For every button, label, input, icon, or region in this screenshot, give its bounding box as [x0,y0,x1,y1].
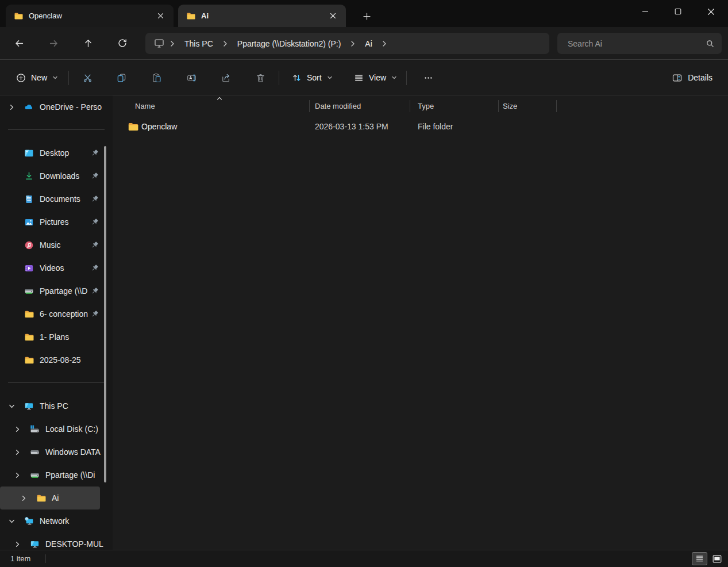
breadcrumb-drive[interactable]: Ppartage (\\Diskstation2) (P:) [233,37,346,51]
chevron-right-icon[interactable] [10,449,24,455]
sidebar-item-local-disk-c[interactable]: Local Disk (C:) [0,417,113,440]
tab-close-icon[interactable] [325,9,340,24]
search-input[interactable] [567,39,706,49]
column-header-date-modified[interactable]: Date modified [315,95,361,116]
this-pc-icon [24,401,34,411]
details-pane-icon [672,73,683,83]
sidebar-item-plans[interactable]: 1- Plans [0,325,113,348]
breadcrumb-this-pc[interactable]: This PC [180,37,218,51]
column-divider[interactable] [556,100,557,112]
folder-icon [24,309,34,319]
details-view-toggle[interactable] [692,552,707,565]
delete-button[interactable] [249,67,272,88]
sidebar-item-desktop[interactable]: Desktop [0,141,113,164]
computer-icon [30,539,40,549]
copy-button[interactable] [110,67,133,88]
sidebar-item-label: OneDrive - Perso [40,102,113,112]
column-divider[interactable] [410,100,410,112]
minimize-button[interactable] [632,0,658,23]
toolbar-separator [279,71,279,85]
sidebar-item-pictures[interactable]: Pictures [0,210,113,233]
sidebar-item-label: Ai [52,493,100,503]
back-button[interactable] [9,33,29,53]
sidebar-item-conception[interactable]: 6- conception [0,302,113,325]
sidebar-item-downloads[interactable]: Downloads [0,164,113,187]
breadcrumb-chevron-icon [379,40,390,47]
tab-ai[interactable]: Ai [178,5,346,27]
column-header-type[interactable]: Type [418,95,434,116]
up-button[interactable] [78,33,98,53]
close-button[interactable] [698,0,724,23]
share-button[interactable] [214,67,237,88]
sidebar-item-network[interactable]: Network [0,509,113,532]
tab-label: Ai [201,12,319,20]
search-icon[interactable] [706,39,715,48]
copy-icon [117,73,126,83]
column-divider[interactable] [309,100,310,112]
tab-openclaw[interactable]: Openclaw [6,5,174,27]
sidebar-item-ai[interactable]: Ai [0,486,100,509]
sidebar-item-documents[interactable]: Documents [0,187,113,210]
file-row-openclaw[interactable]: Openclaw 2026-03-13 1:53 PM File folder [113,116,728,137]
chevron-right-icon[interactable] [10,541,24,547]
large-icons-view-icon [712,555,722,563]
sidebar-item-videos[interactable]: Videos [0,256,113,279]
column-divider[interactable] [498,100,499,112]
sidebar-item-desktop-mul[interactable]: DESKTOP-MUL [0,532,113,550]
column-header-name[interactable]: Name [135,95,155,116]
paste-button[interactable] [145,67,168,88]
breadcrumb-chevron-icon [167,40,178,47]
breadcrumb-chevron-icon [220,40,230,47]
file-date-modified: 2026-03-13 1:53 PM [315,116,388,137]
new-tab-button[interactable] [357,8,376,24]
this-pc-icon [153,39,165,48]
sort-button-label: Sort [307,73,322,82]
sidebar-item-label: 1- Plans [40,332,113,342]
large-icons-view-toggle[interactable] [709,552,725,565]
pictures-icon [24,217,34,227]
sidebar-item-2025-08-25[interactable]: 2025-08-25 [0,348,113,371]
chevron-right-icon[interactable] [10,472,24,478]
refresh-button[interactable] [113,33,132,53]
breadcrumb-ai[interactable]: Ai [360,37,376,51]
videos-icon [24,263,34,273]
cut-button[interactable] [76,67,99,88]
tab-close-icon[interactable] [153,9,168,24]
sidebar-item-label: Pictures [40,217,89,227]
chevron-right-icon[interactable] [17,495,30,501]
sidebar-item-this-pc[interactable]: This PC [0,394,113,417]
column-header-size[interactable]: Size [503,95,517,116]
details-pane-button[interactable]: Details [665,67,719,88]
sidebar-item-music[interactable]: Music [0,233,113,256]
network-drive-icon [24,286,34,296]
plus-icon [363,13,371,20]
new-button[interactable]: New [10,67,64,88]
share-icon [221,73,231,83]
chevron-right-icon[interactable] [10,426,24,432]
sidebar-item-ppartage-drive[interactable]: Ppartage (\\Di [0,463,113,486]
network-icon [24,516,34,526]
chevron-down-icon[interactable] [5,518,18,524]
new-button-label: New [31,73,47,82]
sidebar-divider [8,129,105,130]
sidebar-item-windows-data[interactable]: Windows DATA [0,440,113,463]
item-count: 1 item [10,550,30,567]
sidebar-scrollbar[interactable] [104,146,106,482]
sort-button[interactable]: Sort [286,67,339,88]
chevron-right-icon[interactable] [5,104,18,110]
downloads-icon [24,171,34,181]
view-button[interactable]: View [348,67,403,88]
sidebar-item-onedrive[interactable]: OneDrive - Perso [0,95,113,118]
chevron-down-icon [52,75,58,81]
maximize-button[interactable] [665,0,691,23]
sort-icon [292,73,302,83]
more-options-button[interactable] [417,67,440,88]
folder-icon [36,493,46,503]
view-icon [354,73,364,83]
forward-button[interactable] [44,33,63,53]
rename-button[interactable] [180,67,203,88]
sidebar-item-ppartage-pinned[interactable]: Ppartage (\\D [0,279,113,302]
chevron-down-icon[interactable] [5,403,18,409]
details-view-icon [695,555,704,562]
address-bar[interactable]: This PC Ppartage (\\Diskstation2) (P:) A… [145,33,549,54]
